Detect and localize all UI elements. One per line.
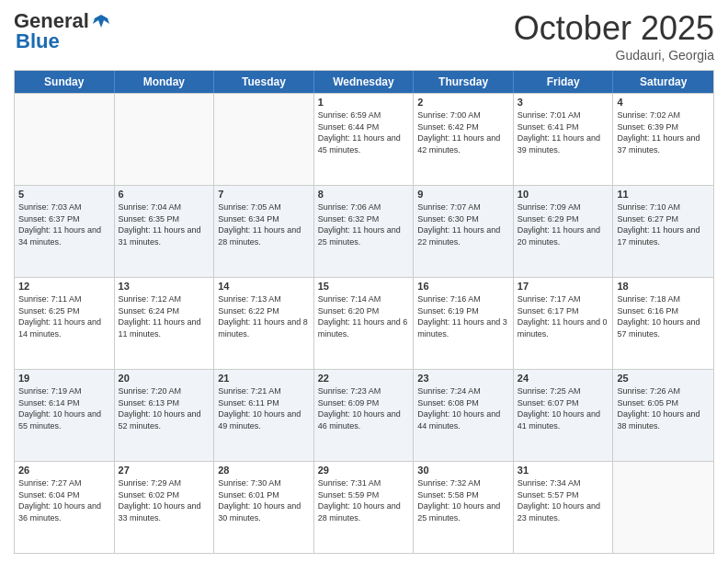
- day-info-17: Sunrise: 7:17 AMSunset: 6:17 PMDaylight:…: [518, 293, 609, 339]
- cal-cell-row0-col3: 1Sunrise: 6:59 AMSunset: 6:44 PMDaylight…: [314, 94, 415, 185]
- logo-blue-text: Blue: [16, 29, 60, 53]
- month-title: October 2025: [514, 9, 714, 48]
- header-weekday-sunday: Sunday: [15, 71, 115, 93]
- cal-row-4: 26Sunrise: 7:27 AMSunset: 6:04 PMDayligh…: [15, 461, 713, 553]
- day-info-15: Sunrise: 7:14 AMSunset: 6:20 PMDaylight:…: [318, 293, 410, 339]
- header-weekday-thursday: Thursday: [414, 71, 514, 93]
- day-info-26: Sunrise: 7:27 AMSunset: 6:04 PMDaylight:…: [18, 477, 110, 523]
- cal-row-2: 12Sunrise: 7:11 AMSunset: 6:25 PMDayligh…: [15, 277, 713, 369]
- day-number-6: 6: [119, 189, 210, 200]
- cal-cell-row3-col3: 22Sunrise: 7:23 AMSunset: 6:09 PMDayligh…: [314, 370, 415, 461]
- day-number-4: 4: [617, 97, 710, 108]
- header-weekday-tuesday: Tuesday: [214, 71, 314, 93]
- header-weekday-wednesday: Wednesday: [314, 71, 415, 93]
- cal-cell-row1-col2: 7Sunrise: 7:05 AMSunset: 6:34 PMDaylight…: [214, 186, 314, 277]
- cal-row-0: 1Sunrise: 6:59 AMSunset: 6:44 PMDaylight…: [15, 93, 713, 185]
- day-number-7: 7: [218, 189, 310, 200]
- cal-row-1: 5Sunrise: 7:03 AMSunset: 6:37 PMDaylight…: [15, 185, 713, 277]
- cal-cell-row3-col0: 19Sunrise: 7:19 AMSunset: 6:14 PMDayligh…: [15, 370, 115, 461]
- day-number-2: 2: [417, 97, 509, 108]
- day-number-5: 5: [18, 189, 110, 200]
- day-number-24: 24: [518, 373, 609, 384]
- cal-cell-row2-col0: 12Sunrise: 7:11 AMSunset: 6:25 PMDayligh…: [15, 278, 115, 369]
- cal-cell-row0-col2: [214, 94, 314, 185]
- title-section: October 2025 Gudauri, Georgia: [514, 9, 714, 63]
- cal-cell-row1-col3: 8Sunrise: 7:06 AMSunset: 6:32 PMDaylight…: [314, 186, 415, 277]
- day-info-22: Sunrise: 7:23 AMSunset: 6:09 PMDaylight:…: [318, 385, 410, 431]
- day-number-18: 18: [617, 281, 710, 292]
- day-number-21: 21: [218, 373, 310, 384]
- calendar: SundayMondayTuesdayWednesdayThursdayFrid…: [14, 70, 714, 554]
- day-info-8: Sunrise: 7:06 AMSunset: 6:32 PMDaylight:…: [318, 201, 410, 247]
- day-info-10: Sunrise: 7:09 AMSunset: 6:29 PMDaylight:…: [518, 201, 609, 247]
- day-number-30: 30: [417, 465, 509, 476]
- day-number-31: 31: [518, 465, 609, 476]
- cal-cell-row0-col5: 3Sunrise: 7:01 AMSunset: 6:41 PMDaylight…: [514, 94, 614, 185]
- calendar-body: 1Sunrise: 6:59 AMSunset: 6:44 PMDaylight…: [15, 93, 713, 553]
- day-number-15: 15: [318, 281, 410, 292]
- day-info-4: Sunrise: 7:02 AMSunset: 6:39 PMDaylight:…: [617, 109, 710, 155]
- day-info-11: Sunrise: 7:10 AMSunset: 6:27 PMDaylight:…: [617, 201, 710, 247]
- day-number-11: 11: [617, 189, 710, 200]
- day-info-19: Sunrise: 7:19 AMSunset: 6:14 PMDaylight:…: [18, 385, 110, 431]
- day-info-12: Sunrise: 7:11 AMSunset: 6:25 PMDaylight:…: [18, 293, 110, 339]
- day-info-20: Sunrise: 7:20 AMSunset: 6:13 PMDaylight:…: [119, 385, 210, 431]
- day-info-16: Sunrise: 7:16 AMSunset: 6:19 PMDaylight:…: [417, 293, 509, 339]
- cal-cell-row1-col1: 6Sunrise: 7:04 AMSunset: 6:35 PMDaylight…: [115, 186, 215, 277]
- cal-cell-row4-col5: 31Sunrise: 7:34 AMSunset: 5:57 PMDayligh…: [514, 462, 614, 553]
- cal-cell-row4-col4: 30Sunrise: 7:32 AMSunset: 5:58 PMDayligh…: [414, 462, 514, 553]
- cal-cell-row1-col6: 11Sunrise: 7:10 AMSunset: 6:27 PMDayligh…: [613, 186, 713, 277]
- day-info-1: Sunrise: 6:59 AMSunset: 6:44 PMDaylight:…: [318, 109, 410, 155]
- day-number-26: 26: [18, 465, 110, 476]
- header-weekday-monday: Monday: [115, 71, 215, 93]
- cal-cell-row2-col2: 14Sunrise: 7:13 AMSunset: 6:22 PMDayligh…: [214, 278, 314, 369]
- day-info-6: Sunrise: 7:04 AMSunset: 6:35 PMDaylight:…: [119, 201, 210, 247]
- day-number-27: 27: [119, 465, 210, 476]
- day-info-23: Sunrise: 7:24 AMSunset: 6:08 PMDaylight:…: [417, 385, 509, 431]
- day-number-10: 10: [518, 189, 609, 200]
- day-number-1: 1: [318, 97, 410, 108]
- logo-bird-icon: [91, 11, 111, 31]
- cal-cell-row4-col3: 29Sunrise: 7:31 AMSunset: 5:59 PMDayligh…: [314, 462, 415, 553]
- svg-marker-0: [91, 15, 111, 28]
- cal-cell-row2-col5: 17Sunrise: 7:17 AMSunset: 6:17 PMDayligh…: [514, 278, 614, 369]
- cal-cell-row2-col6: 18Sunrise: 7:18 AMSunset: 6:16 PMDayligh…: [613, 278, 713, 369]
- day-number-13: 13: [119, 281, 210, 292]
- header: General Blue October 2025 Gudauri, Georg…: [14, 9, 714, 63]
- cal-cell-row1-col0: 5Sunrise: 7:03 AMSunset: 6:37 PMDaylight…: [15, 186, 115, 277]
- day-info-29: Sunrise: 7:31 AMSunset: 5:59 PMDaylight:…: [318, 477, 410, 523]
- day-info-14: Sunrise: 7:13 AMSunset: 6:22 PMDaylight:…: [218, 293, 310, 339]
- day-info-2: Sunrise: 7:00 AMSunset: 6:42 PMDaylight:…: [417, 109, 509, 155]
- day-number-3: 3: [518, 97, 609, 108]
- day-info-3: Sunrise: 7:01 AMSunset: 6:41 PMDaylight:…: [518, 109, 609, 155]
- day-info-7: Sunrise: 7:05 AMSunset: 6:34 PMDaylight:…: [218, 201, 310, 247]
- header-weekday-friday: Friday: [514, 71, 614, 93]
- day-number-14: 14: [218, 281, 310, 292]
- location: Gudauri, Georgia: [514, 48, 714, 63]
- cal-cell-row4-col6: [613, 462, 713, 553]
- day-number-22: 22: [318, 373, 410, 384]
- cal-cell-row2-col4: 16Sunrise: 7:16 AMSunset: 6:19 PMDayligh…: [414, 278, 514, 369]
- day-info-24: Sunrise: 7:25 AMSunset: 6:07 PMDaylight:…: [518, 385, 609, 431]
- cal-cell-row3-col1: 20Sunrise: 7:20 AMSunset: 6:13 PMDayligh…: [115, 370, 215, 461]
- cal-row-3: 19Sunrise: 7:19 AMSunset: 6:14 PMDayligh…: [15, 369, 713, 461]
- day-info-30: Sunrise: 7:32 AMSunset: 5:58 PMDaylight:…: [417, 477, 509, 523]
- cal-cell-row1-col4: 9Sunrise: 7:07 AMSunset: 6:30 PMDaylight…: [414, 186, 514, 277]
- cal-cell-row3-col5: 24Sunrise: 7:25 AMSunset: 6:07 PMDayligh…: [514, 370, 614, 461]
- page: General Blue October 2025 Gudauri, Georg…: [0, 0, 728, 563]
- day-number-8: 8: [318, 189, 410, 200]
- day-info-18: Sunrise: 7:18 AMSunset: 6:16 PMDaylight:…: [617, 293, 710, 339]
- day-info-25: Sunrise: 7:26 AMSunset: 6:05 PMDaylight:…: [617, 385, 710, 431]
- day-info-27: Sunrise: 7:29 AMSunset: 6:02 PMDaylight:…: [119, 477, 210, 523]
- day-info-31: Sunrise: 7:34 AMSunset: 5:57 PMDaylight:…: [518, 477, 609, 523]
- day-number-29: 29: [318, 465, 410, 476]
- day-number-25: 25: [617, 373, 710, 384]
- day-number-20: 20: [119, 373, 210, 384]
- cal-cell-row3-col4: 23Sunrise: 7:24 AMSunset: 6:08 PMDayligh…: [414, 370, 514, 461]
- cal-cell-row0-col6: 4Sunrise: 7:02 AMSunset: 6:39 PMDaylight…: [613, 94, 713, 185]
- day-info-13: Sunrise: 7:12 AMSunset: 6:24 PMDaylight:…: [119, 293, 210, 339]
- cal-cell-row1-col5: 10Sunrise: 7:09 AMSunset: 6:29 PMDayligh…: [514, 186, 614, 277]
- day-info-21: Sunrise: 7:21 AMSunset: 6:11 PMDaylight:…: [218, 385, 310, 431]
- day-info-9: Sunrise: 7:07 AMSunset: 6:30 PMDaylight:…: [417, 201, 509, 247]
- header-weekday-saturday: Saturday: [613, 71, 713, 93]
